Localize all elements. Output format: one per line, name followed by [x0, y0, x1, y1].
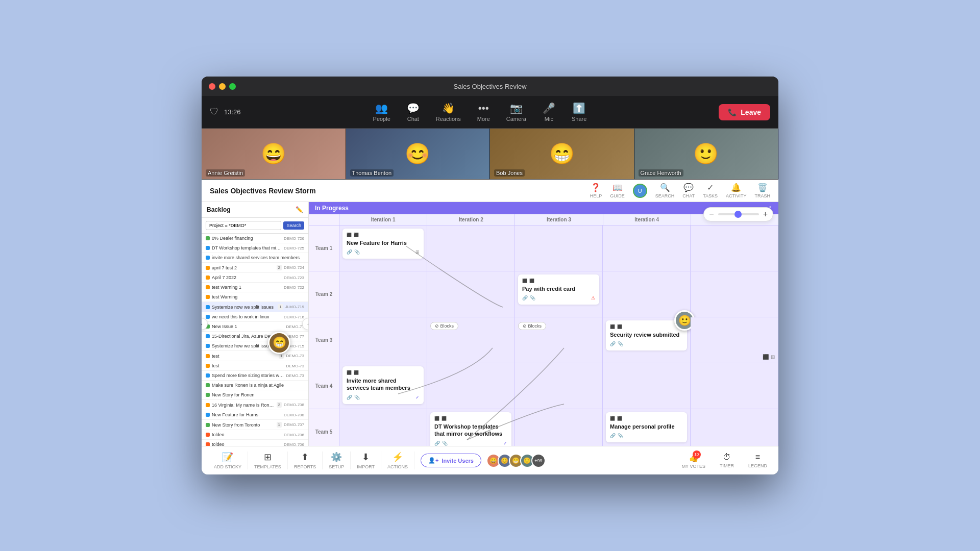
backlog-item[interactable]: Systemize now we split issues 1 JLMO-719 [202, 302, 308, 312]
card-invite-shared[interactable]: ⬛ ⬛ Invite more shared services team mem… [342, 366, 424, 404]
add-sticky-tool[interactable]: 📝 ADD STICKY [208, 452, 248, 469]
toolbar-reactions[interactable]: 👋 Reactions [436, 102, 461, 122]
team1-iter5-cell [691, 226, 778, 271]
card4-clip-icon: 📎 [354, 395, 360, 400]
search-action[interactable]: 🔍 SEARCH [655, 183, 675, 198]
guide-action[interactable]: 📖 GUIDE [610, 183, 625, 198]
card2-alert-icon: ⚠ [591, 295, 595, 300]
backlog-item[interactable]: toldeo DEMO-706 [202, 440, 308, 446]
backlog-item[interactable]: test 1 DEMO-73 [202, 351, 308, 361]
toolbar-left: 🛡 13:26 [210, 107, 241, 117]
import-tool[interactable]: ⬇ IMPORT [351, 452, 381, 469]
maximize-button[interactable] [229, 83, 236, 90]
timer-tool[interactable]: ⏱ TIMER [715, 453, 739, 468]
backlog-item[interactable]: New Feature for Harris DEMO-708 [202, 410, 308, 420]
backlog-item[interactable]: Make sure Ronen is a ninja at Agile [202, 381, 308, 390]
card3-link-icon: 🔗 [610, 341, 616, 346]
kanban-row-team2: Team 2 ⬛ ⬛ Pay with credit card [309, 271, 778, 317]
backlog-item[interactable]: we need this to work in linux DEMO-716 [202, 312, 308, 322]
backlog-item[interactable]: April 7 2022 DEMO-723 [202, 273, 308, 283]
kanban-area[interactable]: In Progress ⤢ Iteration 1 Iteration 2 It… [309, 202, 778, 446]
backlog-item[interactable]: Spend more time sizing stories with th..… [202, 371, 308, 381]
team3-iter3-cell: ⊘ Blocks [515, 317, 603, 363]
reports-tool[interactable]: ⬆ REPORTS [288, 452, 323, 469]
backlog-item[interactable]: 0% Dealer financing DEMO-726 [202, 234, 308, 243]
team3-iter2-cell: ⊘ Blocks [427, 317, 515, 363]
card-title-4: Invite more shared services team members [347, 377, 420, 392]
backlog-item[interactable]: invite more shared services team members [202, 253, 308, 263]
card-expand-icon: ⊞ [415, 249, 420, 255]
more-avatars-count[interactable]: +99 [531, 454, 546, 468]
card-title-3: Security review submitted [610, 331, 683, 338]
board-chat-action[interactable]: 💬 CHAT [682, 183, 695, 198]
legend-tool[interactable]: ≡ LEGEND [743, 453, 772, 468]
annie-name: Annie Greistin [206, 169, 245, 177]
backlog-edit-icon[interactable]: ✏️ [296, 206, 303, 213]
card-new-feature-harris[interactable]: ⬛ ⬛ New Feature for Harris 🔗 📎 ⊞ [342, 229, 424, 259]
team2-iter1-cell [339, 271, 427, 317]
kanban-row-team4: Team 4 ⬛ ⬛ Invite more shared services t… [309, 363, 778, 409]
kanban-row-team3: Team 3 ⊘ Blocks ⊘ Blocks [309, 317, 778, 363]
toolbar-share[interactable]: ⬆️ Share [572, 102, 586, 122]
zoom-slider[interactable] [718, 213, 759, 215]
card3-footer: 🔗 📎 [610, 341, 683, 346]
minimize-button[interactable] [219, 83, 226, 90]
backlog-title: Backlog [207, 206, 231, 213]
card2-clip-icon: 📎 [530, 295, 535, 300]
backlog-item[interactable]: test Warning [202, 292, 308, 302]
toolbar-people[interactable]: 👥 People [373, 102, 390, 122]
backlog-item[interactable]: april 7 test 2 2 DEMO-724 [202, 263, 308, 273]
team4-iter4-cell [603, 363, 691, 409]
backlog-search-input[interactable] [206, 221, 281, 230]
actions-tool[interactable]: ⚡ ACTIONS [381, 452, 414, 469]
trash-action[interactable]: 🗑️ TRASH [754, 183, 770, 198]
backlog-item[interactable]: DT Workshop templates that mirror our wo… [202, 243, 308, 253]
toolbar-right: 📞 Leave [719, 104, 770, 120]
participant-bob[interactable]: 😁 Bob Jones [490, 129, 634, 179]
shield-icon: 🛡 [210, 107, 219, 117]
templates-tool[interactable]: ⊞ TEMPLATES [248, 452, 288, 469]
backlog-item[interactable]: test Warning 1 DEMO-722 [202, 283, 308, 292]
leave-button[interactable]: 📞 Leave [719, 104, 770, 120]
card-security-review[interactable]: ⬛ ⬛ Security review submitted 🔗 📎 🙂 [606, 320, 687, 350]
backlog-item[interactable]: Systemize how we split issues update 1 D… [202, 341, 308, 351]
participant-thomas[interactable]: 😊 Thomas Benton [346, 129, 491, 179]
card2-footer: 🔗 📎 ⚠ [522, 295, 595, 300]
card-manage-profile[interactable]: ⬛ ⬛ Manage personal profile 🔗 📎 [606, 412, 687, 442]
card-pay-credit-card[interactable]: ⬛ ⬛ Pay with credit card 🔗 📎 ⚠ [518, 274, 599, 305]
my-votes-tool[interactable]: 👍 10 MY VOTES [677, 453, 710, 469]
zoom-out-button[interactable]: − [709, 210, 714, 219]
backlog-item[interactable]: 16 Virginia: My name is Ronen from... 2 … [202, 400, 308, 410]
toolbar-mic[interactable]: 🎤 Mic [543, 102, 555, 122]
tasks-action[interactable]: ✓ TASKS [703, 183, 718, 198]
card2-link-icon: 🔗 [522, 295, 528, 300]
backlog-item[interactable]: test DEMO-73 [202, 361, 308, 371]
card-dt-workshop[interactable]: ⬛ ⬛ DT Workshop templates that mirror ou… [430, 412, 511, 446]
backlog-item[interactable]: toldeo DEMO-706 [202, 430, 308, 440]
toolbar-chat[interactable]: 💬 Chat [407, 102, 420, 122]
activity-action[interactable]: 🔔 ACTIVITY [726, 183, 747, 198]
setup-tool[interactable]: ⚙️ SETUP [323, 452, 351, 469]
backlog-item[interactable]: New Story for Ronen [202, 390, 308, 400]
card-title-1: New Feature for Harris [347, 239, 420, 246]
close-button[interactable] [209, 83, 215, 90]
backlog-item[interactable]: New Issue 1 DEMO-77 [202, 322, 308, 332]
activity-icon: 🔔 [731, 183, 741, 192]
card-footer-1: 🔗 📎 ⊞ [347, 249, 420, 255]
zoom-thumb [734, 211, 742, 218]
toolbar-camera[interactable]: 📷 Camera [506, 102, 526, 122]
participant-annie[interactable]: 😄 Annie Greistin [202, 129, 346, 179]
bottom-toolbar: 📝 ADD STICKY ⊞ TEMPLATES ⬆ REPORTS ⚙️ SE… [202, 446, 778, 474]
team1-iter2-cell [427, 226, 515, 271]
invite-users-button[interactable]: 👤+ Invite Users [421, 454, 481, 467]
help-action[interactable]: ❓ HELP [590, 183, 602, 198]
backlog-item[interactable]: New Story from Toronto 1 DEMO-707 [202, 420, 308, 430]
team5-iter1-cell [339, 409, 427, 446]
backlog-item[interactable]: 15-Directional Jira, Azure DevOps & Rall… [202, 332, 308, 341]
backlog-search-button[interactable]: Search [283, 221, 304, 230]
board-actions: ❓ HELP 📖 GUIDE U 🔍 SEARCH 💬 CHAT ✓ [590, 183, 770, 198]
zoom-in-button[interactable]: + [763, 210, 768, 219]
toolbar-more[interactable]: ••• More [477, 103, 490, 122]
participant-grace[interactable]: 🙂 Grace Henworth [634, 129, 779, 179]
team2-iter4-cell [603, 271, 691, 317]
